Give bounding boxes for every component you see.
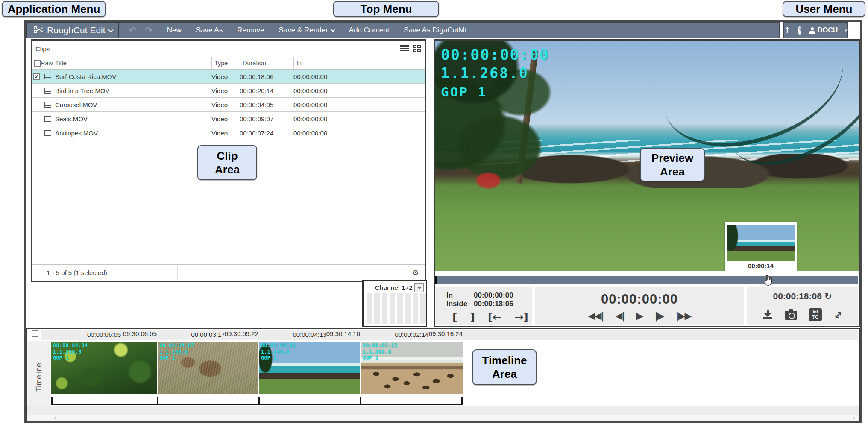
- goto-out-button[interactable]: →]: [514, 311, 528, 323]
- clip-type: Video: [211, 129, 240, 137]
- user-menu-button[interactable]: DOCU: [818, 26, 838, 34]
- mark-controls-section: In00:00:00:00 Inside00:00:18:06 [ ] [← →…: [435, 287, 532, 325]
- callout-top-menu: Top Menu: [333, 1, 439, 17]
- fullscreen-icon[interactable]: ↔: [831, 308, 845, 322]
- undo-button[interactable]: ↶: [129, 25, 137, 35]
- goto-in-button[interactable]: [←: [488, 311, 501, 323]
- list-view-icon[interactable]: [400, 45, 409, 53]
- timeline-clip-thumbnail[interactable]: 00:00:04:041.1.268.0GOP 1: [51, 342, 157, 394]
- column-header-in[interactable]: In: [293, 57, 349, 69]
- clip-duration-label: 00:00:02:14: [361, 331, 463, 339]
- step-back-button[interactable]: ◀|: [616, 310, 625, 321]
- clip-title: Seals.MOV: [53, 115, 211, 123]
- step-forward-button[interactable]: |▶: [654, 310, 663, 321]
- clip-duration: 00:00:20:14: [240, 87, 293, 94]
- audio-channel-panel: Channel 1+2: [362, 280, 427, 327]
- table-row[interactable]: Bird in a Tree.MOV Video 00:00:20:14 00:…: [32, 84, 425, 98]
- gear-icon[interactable]: ⚙: [412, 268, 419, 277]
- timeline-clip-thumbnail[interactable]: 00:00:04:071.1.268.0GOP 1: [158, 342, 258, 394]
- add-content-button[interactable]: Add Content: [349, 26, 390, 35]
- clip-title: Bird in a Tree.MOV: [53, 87, 211, 94]
- playhead-marker[interactable]: [435, 276, 437, 284]
- download-icon[interactable]: [763, 310, 773, 319]
- application-menu-button[interactable]: RoughCut Edit: [26, 22, 119, 38]
- play-button[interactable]: ▶: [636, 310, 643, 321]
- clip-duration-label: 00:00:06:05: [51, 331, 157, 339]
- in-label: In: [446, 291, 474, 300]
- top-menu-bar: RoughCut Edit ↶ ↷ New Save As Remove Sav…: [26, 22, 780, 38]
- chevron-down-icon[interactable]: [845, 28, 848, 31]
- clip-duration-label: 00:00:04:13: [259, 331, 360, 339]
- table-row[interactable]: Carousel.MOV Video 00:00:04:05 00:00:00:…: [32, 98, 425, 112]
- save-digacutmt-button[interactable]: Save As DigaCutMt: [404, 26, 466, 35]
- clip-in: 00:00:00:00: [293, 73, 349, 80]
- clip-duration: 00:00:07:24: [240, 129, 293, 137]
- playback-section: 00:00:00:00 ◀◀| ◀| ▶ |▶ |▶▶: [535, 287, 744, 325]
- clip-overlay-info: 00:00:04:071.1.268.0GOP 1: [159, 342, 194, 361]
- timeline-checkbox[interactable]: [32, 330, 38, 337]
- mark-in-button[interactable]: [: [452, 311, 457, 323]
- app-root: Application Menu Top Menu User Menu Clip…: [0, 0, 868, 424]
- go-to-end-button[interactable]: |▶▶: [675, 310, 691, 321]
- clip-table-icon: [44, 116, 51, 122]
- clip-title: Surf Costa Rica.MOV: [53, 73, 211, 80]
- redo-button[interactable]: ↷: [145, 25, 152, 35]
- column-header-title[interactable]: Title: [53, 60, 211, 67]
- clip-duration: 00:00:04:05: [240, 101, 293, 108]
- select-all-checkbox[interactable]: [34, 60, 41, 67]
- clip-in: 00:00:00:00: [293, 129, 349, 137]
- output-section: 00:00:18:06 ↻ Int TC ↔: [747, 287, 858, 325]
- channel-select-dropdown[interactable]: [414, 283, 424, 292]
- timeline-panel: Timeline 00:00:06:05 00:00:03:17 00:00:0…: [26, 328, 860, 421]
- help-icon[interactable]: ?: [798, 26, 802, 35]
- timeline-scrollbar[interactable]: ‹ ›: [27, 415, 859, 421]
- overlay-version: 1.1.268.0: [441, 64, 549, 83]
- mark-out-button[interactable]: ]: [470, 311, 475, 323]
- clip-table-icon: [44, 102, 51, 108]
- new-button[interactable]: New: [167, 26, 182, 35]
- upload-icon[interactable]: ↑: [784, 26, 791, 35]
- transport-controls: In00:00:00:00 Inside00:00:18:06 [ ] [← →…: [435, 287, 858, 325]
- duration-timecode: 00:00:18:06: [773, 291, 821, 301]
- chevron-down-icon: [417, 285, 421, 289]
- clip-in: 00:00:00:00: [293, 115, 349, 123]
- seek-bar[interactable]: [435, 276, 858, 284]
- preview-panel: 00:00:00:00 1.1.268.0 GOP 1 00:00:14 In0…: [434, 39, 860, 327]
- timeline-clip-thumbnail[interactable]: 00:00:00:211.1.268.0GOP 1: [259, 342, 360, 394]
- user-menu-bar: ↑ ? DOCU: [783, 22, 848, 38]
- clip-duration: 00:00:18:06: [240, 73, 293, 80]
- save-as-button[interactable]: Save As: [196, 26, 223, 35]
- timeline-clip-thumbnail[interactable]: 00:00:05:231.1.268.0GOP 1: [361, 342, 463, 394]
- clip-duration: 00:00:09:07: [240, 115, 293, 123]
- in-value: 00:00:00:00: [474, 291, 513, 300]
- grid-view-icon[interactable]: [413, 45, 421, 52]
- snapshot-camera-icon[interactable]: [785, 311, 797, 320]
- table-row[interactable]: Antilopes.MOV Video 00:00:07:24 00:00:00…: [32, 126, 425, 140]
- clip-overlay-info: 00:00:05:231.1.268.0GOP 1: [363, 342, 398, 361]
- timeline-label-strip: Timeline: [28, 341, 50, 413]
- app-title: RoughCut Edit: [47, 25, 106, 35]
- save-render-label: Save & Render: [279, 26, 328, 35]
- internal-timecode-icon[interactable]: Int TC: [809, 308, 822, 321]
- film-edit-icon: [32, 24, 44, 36]
- go-to-start-button[interactable]: ◀◀|: [588, 310, 604, 321]
- clip-table-icon: [44, 74, 51, 79]
- loop-refresh-icon[interactable]: ↻: [824, 291, 832, 301]
- column-header-duration[interactable]: Duration: [240, 57, 293, 69]
- column-header-type[interactable]: Type: [211, 57, 240, 69]
- tc-badge-bottom: TC: [812, 315, 818, 320]
- save-render-button[interactable]: Save & Render: [279, 26, 334, 35]
- scroll-right-icon[interactable]: ›: [853, 414, 855, 421]
- clip-title: Antilopes.MOV: [53, 129, 211, 137]
- clips-panel-title: Clips: [35, 45, 50, 53]
- clips-table-header: Raw Title Type Duration In: [32, 57, 425, 70]
- scroll-left-icon[interactable]: ‹: [54, 414, 56, 421]
- table-row[interactable]: ✓ Surf Costa Rica.MOV Video 00:00:18:06 …: [32, 70, 425, 84]
- column-header-raw[interactable]: Raw: [41, 60, 53, 67]
- row-checkbox[interactable]: ✓: [33, 73, 40, 80]
- clip-table-icon: [44, 88, 51, 94]
- table-row[interactable]: Seals.MOV Video 00:00:09:07 00:00:00:00: [32, 112, 425, 126]
- remove-button[interactable]: Remove: [237, 26, 264, 35]
- timeline-ruler: [51, 396, 463, 405]
- scrub-thumbnail-time: 00:00:14: [727, 262, 795, 269]
